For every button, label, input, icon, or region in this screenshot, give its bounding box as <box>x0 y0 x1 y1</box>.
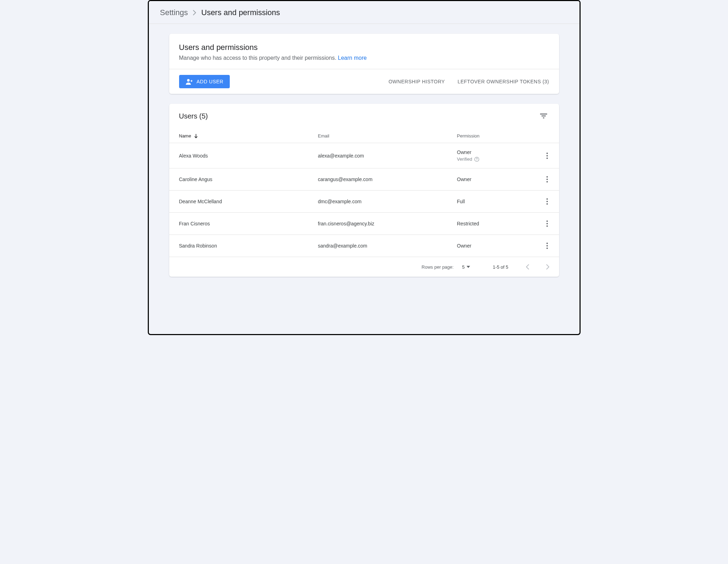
user-permission: Owner <box>457 177 532 182</box>
table-row: Alexa Woods alexa@example.com Owner Veri… <box>169 143 559 168</box>
svg-point-12 <box>546 198 548 200</box>
svg-point-5 <box>476 160 477 161</box>
table-row: Fran Cisneros fran.cisneros@agency.biz R… <box>169 213 559 235</box>
svg-point-13 <box>546 201 548 202</box>
column-header-email[interactable]: Email <box>318 133 457 139</box>
user-email: carangus@example.com <box>318 177 457 182</box>
column-header-permission[interactable]: Permission <box>457 133 532 139</box>
row-more-button[interactable] <box>545 219 549 228</box>
more-vert-icon <box>546 198 548 205</box>
user-name: Alexa Woods <box>179 153 318 159</box>
rows-per-page-label: Rows per page: <box>422 264 454 270</box>
svg-point-19 <box>546 245 548 246</box>
next-page-button[interactable] <box>544 262 551 272</box>
verified-label: Verified <box>457 156 532 162</box>
rows-per-page-select[interactable]: 5 <box>462 264 470 270</box>
page-title: Users and permissions <box>179 43 549 52</box>
chevron-left-icon <box>526 264 530 270</box>
person-add-icon <box>185 78 193 85</box>
add-user-button[interactable]: ADD USER <box>179 75 230 88</box>
row-more-button[interactable] <box>545 175 549 184</box>
user-permission: Full <box>457 199 532 204</box>
svg-rect-1 <box>540 114 547 115</box>
user-email: alexa@example.com <box>318 153 457 159</box>
user-name: Sandra Robinson <box>179 243 318 249</box>
user-email: dmc@example.com <box>318 199 457 204</box>
breadcrumb-current: Users and permissions <box>201 8 280 17</box>
page-description: Manage who has access to this property a… <box>179 55 549 61</box>
more-vert-icon <box>546 243 548 249</box>
user-permission: Restricted <box>457 221 532 226</box>
arrow-down-icon <box>194 134 198 139</box>
svg-point-8 <box>546 158 548 159</box>
filter-button[interactable] <box>538 111 549 121</box>
svg-point-7 <box>546 155 548 156</box>
dropdown-icon <box>467 266 470 268</box>
user-permission: Owner <box>457 243 532 249</box>
svg-rect-2 <box>542 116 546 117</box>
user-name: Deanne McClelland <box>179 199 318 204</box>
ownership-history-button[interactable]: OWNERSHIP HISTORY <box>388 79 445 84</box>
table-header: Name Email Permission <box>169 126 559 143</box>
svg-point-18 <box>546 243 548 244</box>
chevron-right-icon <box>546 264 549 270</box>
more-vert-icon <box>546 153 548 159</box>
svg-point-20 <box>546 248 548 249</box>
svg-point-11 <box>546 181 548 182</box>
filter-icon <box>540 114 547 118</box>
users-table-card: Users (5) Name Email Permission <box>169 104 559 277</box>
svg-point-16 <box>546 223 548 224</box>
page-range: 1-5 of 5 <box>493 264 508 270</box>
user-email: fran.cisneros@agency.biz <box>318 221 457 226</box>
svg-point-6 <box>546 153 548 154</box>
more-vert-icon <box>546 176 548 182</box>
help-icon[interactable] <box>474 157 479 162</box>
svg-point-15 <box>546 220 548 222</box>
more-vert-icon <box>546 220 548 227</box>
prev-page-button[interactable] <box>524 262 532 272</box>
svg-point-10 <box>546 179 548 180</box>
table-row: Caroline Angus carangus@example.com Owne… <box>169 168 559 191</box>
svg-point-9 <box>546 176 548 178</box>
svg-point-0 <box>187 79 189 82</box>
table-title: Users (5) <box>179 112 208 120</box>
chevron-right-icon <box>193 10 196 15</box>
row-more-button[interactable] <box>545 197 549 206</box>
column-header-name[interactable]: Name <box>179 133 318 139</box>
user-name: Fran Cisneros <box>179 221 318 226</box>
svg-point-17 <box>546 225 548 227</box>
table-footer: Rows per page: 5 1-5 of 5 <box>169 257 559 277</box>
row-more-button[interactable] <box>545 241 549 250</box>
table-row: Sandra Robinson sandra@example.com Owner <box>169 235 559 257</box>
header-card: Users and permissions Manage who has acc… <box>169 34 559 94</box>
user-email: sandra@example.com <box>318 243 457 249</box>
user-name: Caroline Angus <box>179 177 318 182</box>
row-more-button[interactable] <box>545 151 549 160</box>
svg-rect-3 <box>543 117 544 118</box>
breadcrumb: Settings Users and permissions <box>149 1 580 24</box>
learn-more-link[interactable]: Learn more <box>338 55 367 61</box>
breadcrumb-root-link[interactable]: Settings <box>160 8 188 17</box>
table-row: Deanne McClelland dmc@example.com Full <box>169 191 559 213</box>
leftover-tokens-button[interactable]: LEFTOVER OWNERSHIP TOKENS (3) <box>457 79 549 84</box>
svg-point-14 <box>546 203 548 205</box>
user-permission: Owner <box>457 149 532 155</box>
